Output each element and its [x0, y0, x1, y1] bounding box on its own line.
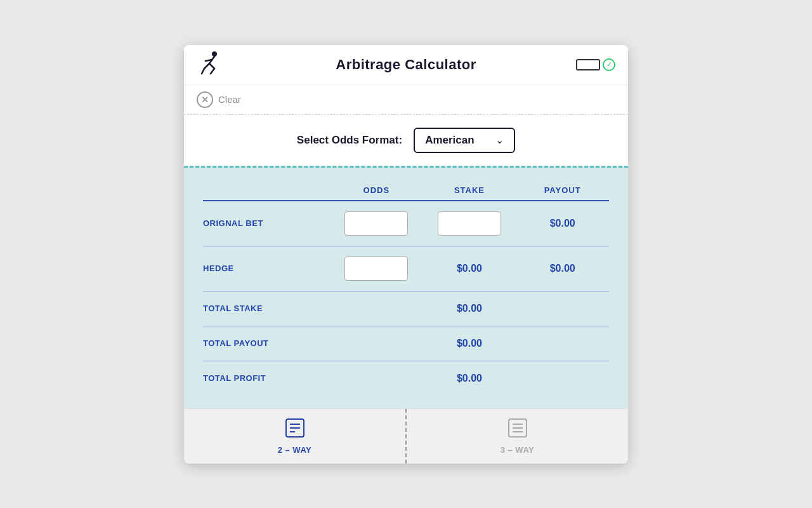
check-icon: ✓ [603, 58, 615, 71]
app-container: Arbitrage Calculator ✓ ✕ Clear Select Od… [184, 45, 628, 464]
original-bet-stake-cell [423, 211, 516, 236]
hedge-stake: $0.00 [423, 263, 516, 274]
original-bet-stake-input[interactable] [438, 211, 501, 236]
total-payout-row: TOTAL PAYOUT $0.00 [203, 326, 609, 361]
nav-item-2way[interactable]: 2 – WAY [184, 409, 407, 464]
total-profit-label: TOTAL PROFIT [203, 373, 330, 383]
table-row: HEDGE $0.00 $0.00 [203, 246, 609, 291]
table-row: ORIGNAL BET $0.00 [203, 201, 609, 246]
svg-line-6 [202, 69, 204, 74]
clear-label: Clear [218, 94, 241, 105]
calculator-3way-icon [508, 418, 528, 443]
col-header-payout: PAYOUT [516, 185, 609, 195]
chevron-down-icon: ⌄ [495, 134, 504, 146]
original-bet-odds-cell [330, 211, 423, 236]
original-bet-odds-input[interactable] [344, 211, 408, 236]
col-header-empty [203, 185, 330, 195]
hedge-payout: $0.00 [516, 263, 609, 274]
clear-row: ✕ Clear [184, 85, 628, 115]
odds-format-row: Select Odds Format: American ⌄ [184, 115, 628, 166]
calculator-2way-icon [285, 418, 305, 443]
runner-icon [197, 50, 222, 80]
odds-format-value: American [425, 134, 474, 147]
badge-rect [576, 59, 600, 70]
total-payout-value: $0.00 [330, 338, 609, 349]
odds-format-label: Select Odds Format: [297, 134, 402, 147]
total-stake-label: TOTAL STAKE [203, 304, 330, 313]
col-header-stake: STAKE [423, 185, 516, 195]
nav-label-3way: 3 – WAY [501, 445, 535, 455]
table-header: ODDS STAKE PAYOUT [203, 180, 609, 201]
nav-item-3way[interactable]: 3 – WAY [407, 409, 628, 464]
total-payout-label: TOTAL PAYOUT [203, 338, 330, 348]
svg-line-3 [209, 64, 214, 69]
original-bet-label: ORIGNAL BET [203, 218, 330, 228]
header-badge: ✓ [576, 58, 615, 71]
clear-button[interactable]: ✕ Clear [197, 91, 241, 108]
svg-line-2 [204, 64, 209, 69]
total-profit-value: $0.00 [330, 373, 609, 384]
total-profit-row: TOTAL PROFIT $0.00 [203, 361, 609, 396]
header: Arbitrage Calculator ✓ [184, 45, 628, 85]
calc-area: ODDS STAKE PAYOUT ORIGNAL BET $0.00 HEDG… [184, 166, 628, 408]
bottom-nav: 2 – WAY 3 – WAY [184, 408, 628, 464]
hedge-odds-input[interactable] [344, 257, 408, 281]
svg-line-5 [211, 69, 214, 74]
hedge-label: HEDGE [203, 264, 330, 273]
total-stake-value: $0.00 [330, 303, 609, 314]
col-header-odds: ODDS [330, 185, 423, 195]
hedge-odds-cell [330, 257, 423, 281]
nav-label-2way: 2 – WAY [278, 445, 312, 455]
total-stake-row: TOTAL STAKE $0.00 [203, 291, 609, 326]
close-icon: ✕ [197, 91, 213, 108]
odds-format-select[interactable]: American ⌄ [414, 128, 515, 153]
page-title: Arbitrage Calculator [336, 57, 476, 73]
original-bet-payout: $0.00 [516, 218, 609, 229]
